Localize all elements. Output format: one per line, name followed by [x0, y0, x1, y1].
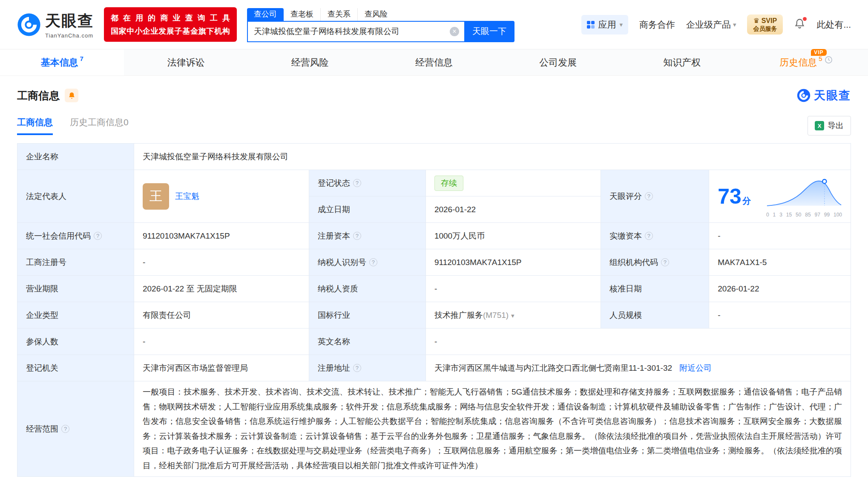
subtab-history-info[interactable]: 历史工商信息0 [70, 116, 129, 135]
taxpayer-quality-value: - [425, 276, 601, 302]
business-coop-label: 商务合作 [639, 19, 675, 31]
svip-sublabel: 会员服务 [753, 25, 777, 33]
approval-date-label: 核准日期 [609, 283, 642, 294]
table-row: 企业类型 有限责任公司 国标行业 技术推广服务(M751)▾ 人员规模 - [17, 302, 851, 329]
search-tab-company[interactable]: 查公司 [247, 8, 284, 21]
subscribe-bell-button[interactable] [65, 89, 78, 102]
help-icon[interactable]: ? [353, 232, 361, 240]
reg-status-label: 登记状态 [318, 178, 350, 189]
help-icon[interactable]: ? [369, 258, 377, 266]
table-row: 企业名称 天津城投低空量子网络科技发展有限公司 [17, 144, 851, 170]
taxpayer-id-label: 纳税人识别号 [318, 257, 366, 268]
section-header: 工商信息 天眼查 [17, 88, 851, 103]
help-icon[interactable]: ? [61, 425, 69, 433]
taxpayer-quality-label: 纳税人资质 [318, 283, 358, 294]
help-icon[interactable]: ? [353, 364, 361, 372]
tab-intellectual-property[interactable]: 知识产权 [620, 49, 744, 75]
table-row: 营业期限 2026-01-22 至 无固定期限 纳税人资质 - 核准日期 202… [17, 276, 851, 302]
tab-ip-label: 知识产权 [663, 56, 701, 69]
staff-size-label: 人员规模 [609, 310, 642, 321]
nearby-companies-link[interactable]: 附近公司 [679, 363, 712, 372]
slogan-line2: 国家中小企业发展子基金旗下机构 [111, 25, 230, 38]
taxpayer-id-label-cell: 纳税人识别号 ? [309, 249, 425, 276]
industry-label-cell: 国标行业 [309, 302, 425, 329]
apps-menu[interactable]: 应用 ▾ [581, 15, 628, 35]
subtab-current-info[interactable]: 工商信息 [17, 116, 53, 135]
header: 天眼查 TianYanCha.com 都在用的商业查询工具 国家中小企业发展子基… [0, 0, 868, 49]
top-nav: 应用 ▾ 商务合作 企业级产品 ▾ ♛ SVIP 会员服务 此处有... [581, 14, 851, 35]
company-type-value: 有限责任公司 [134, 302, 309, 329]
tab-operating-risk[interactable]: 经营风险 [248, 49, 372, 75]
help-icon[interactable]: ? [645, 192, 653, 200]
legal-rep-avatar[interactable]: 王 [143, 183, 169, 210]
section-title: 工商信息 [17, 89, 60, 103]
chevron-down-icon[interactable]: ▾ [511, 312, 514, 319]
help-icon[interactable]: ? [94, 232, 102, 240]
reg-status-cell: 存续 [425, 170, 601, 196]
table-row: 工商注册号 - 纳税人识别号 ? 91120103MAK7A1X15P 组织机构… [17, 249, 851, 276]
score-label-cell: 天眼评分 ? [601, 170, 709, 223]
insured-count-label: 参保人数 [26, 336, 58, 347]
score-chart: 0 1 3 15 50 85 97 99 100 [766, 175, 842, 218]
nav-business-coop[interactable]: 商务合作 [639, 19, 675, 31]
nav-enterprise-products[interactable]: 企业级产品 ▾ [686, 19, 736, 31]
excel-icon: X [815, 121, 824, 130]
clear-icon[interactable]: × [450, 27, 459, 36]
tab-operating-label: 经营信息 [415, 56, 453, 69]
reg-capital-value: 1000万人民币 [425, 223, 601, 249]
tab-development-label: 公司发展 [539, 56, 577, 69]
tab-history-info[interactable]: VIP 历史信息 5 [744, 49, 868, 75]
credit-code-label: 统一社会信用代码 [26, 231, 91, 242]
business-info-card: 工商信息 天眼查 工商信息 历史工商信息0 X 导出 [0, 88, 868, 477]
user-menu[interactable]: 此处有... [816, 19, 851, 31]
help-icon[interactable]: ? [353, 179, 361, 187]
subtab-history-label: 历史工商信息 [70, 117, 124, 127]
tab-basic-info-count: 7 [80, 55, 83, 62]
tab-basic-info-label: 基本信息 [40, 56, 78, 69]
help-icon[interactable]: ? [645, 232, 653, 240]
reg-status-label-cell: 登记状态 ? [309, 170, 425, 196]
tab-company-development[interactable]: 公司发展 [496, 49, 620, 75]
watermark-brand-name: 天眼查 [814, 88, 851, 103]
business-scope-value: 一般项目：技术服务、技术开发、技术咨询、技术交流、技术转让、技术推广；智能无人飞… [134, 381, 851, 477]
tab-basic-info[interactable]: 基本信息 7 [0, 49, 124, 75]
search-tab-risk[interactable]: 查风险 [357, 8, 394, 21]
english-name-label: 英文名称 [318, 336, 350, 347]
establish-date-value: 2026-01-22 [425, 196, 601, 223]
reg-authority-value: 天津市河西区市场监督管理局 [134, 355, 309, 381]
search-input[interactable] [247, 21, 464, 42]
search-group: 查公司 查老板 查关系 查风险 × 天眼一下 [247, 7, 514, 42]
svip-label: SVIP [762, 17, 777, 24]
business-scope-label: 经营范围 [26, 424, 58, 435]
search-tab-boss[interactable]: 查老板 [284, 8, 320, 21]
tab-legal-proceedings[interactable]: 法律诉讼 [124, 49, 248, 75]
tab-operating-info[interactable]: 经营信息 [372, 49, 496, 75]
reg-address-cell: 天津市河西区黑牛城道与内江北路交口西北侧七贤南里11-1-301-32 附近公司 [425, 355, 851, 381]
credit-code-value: 91120103MAK7A1X15P [134, 223, 309, 249]
apps-label: 应用 [598, 19, 616, 31]
score-marker [822, 179, 826, 183]
industry-cell: 技术推广服务(M751)▾ [425, 302, 601, 329]
english-name-label-cell: 英文名称 [309, 329, 425, 355]
legal-rep-link[interactable]: 王宝魁 [175, 191, 199, 202]
bell-icon [68, 92, 76, 100]
staff-size-label-cell: 人员规模 [601, 302, 709, 329]
search-button[interactable]: 天眼一下 [464, 21, 514, 42]
brand-domain: TianYanCha.com [45, 32, 94, 39]
svip-membership-badge[interactable]: ♛ SVIP 会员服务 [747, 14, 783, 35]
notification-bell[interactable] [794, 18, 805, 32]
industry-value: 技术推广服务 [434, 311, 483, 320]
help-icon[interactable]: ? [661, 258, 669, 266]
reg-address-label: 注册地址 [318, 363, 350, 374]
reg-capital-label-cell: 注册资本 ? [309, 223, 425, 249]
org-code-label-cell: 组织机构代码 ? [601, 249, 709, 276]
tianyancha-logo[interactable]: 天眼查 TianYanCha.com [17, 11, 94, 39]
sub-tabs: 工商信息 历史工商信息0 X 导出 [17, 116, 851, 136]
search-tab-relation[interactable]: 查关系 [320, 8, 357, 21]
business-term-label-cell: 营业期限 [17, 276, 134, 302]
score-cell: 73分 0 1 [709, 170, 851, 223]
history-clock-icon [825, 56, 833, 64]
paid-capital-label: 实缴资本 [609, 231, 642, 242]
tab-history-label: 历史信息 [779, 56, 817, 69]
export-button[interactable]: X 导出 [808, 116, 851, 136]
